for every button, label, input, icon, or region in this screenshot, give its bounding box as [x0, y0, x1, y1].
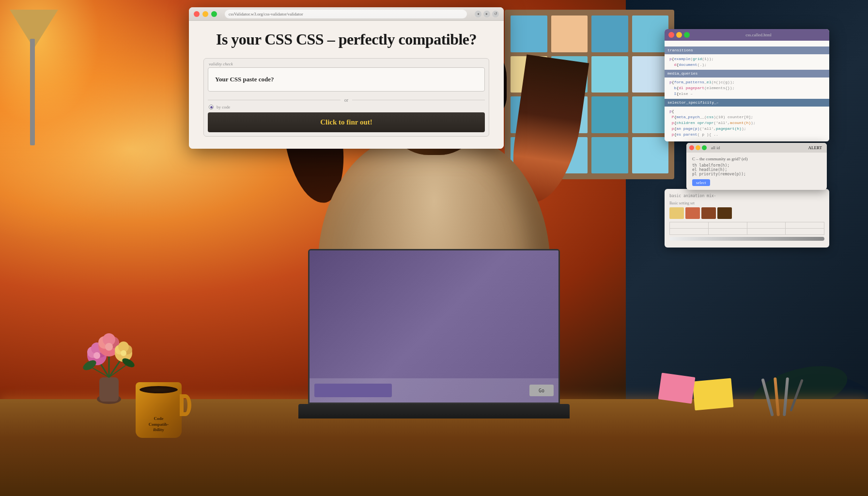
svg-point-29	[121, 350, 126, 356]
table-cell-7	[747, 229, 786, 235]
go-label: Go	[539, 388, 544, 393]
alert-code-1: th labelform(h);	[692, 163, 821, 168]
postit-16	[632, 137, 669, 174]
svg-point-19	[93, 352, 100, 359]
browser-controls: ◂ ▸ ↺	[475, 11, 499, 17]
url-bar[interactable]: cssValidator.w3.org/css-validator/valida…	[225, 10, 467, 18]
alert-title: all id	[711, 145, 720, 150]
sep-line-left	[208, 100, 341, 100]
laptop-screen-inner: Go	[310, 250, 558, 403]
main-browser-window: cssValidator.w3.org/css-validator/valida…	[189, 7, 504, 149]
pen-3	[783, 377, 789, 416]
refresh[interactable]: ↺	[492, 11, 499, 17]
css-input-field[interactable]: Your CSS paste code?	[208, 67, 485, 92]
table-cell-6	[708, 229, 747, 235]
code-line-3: p { form_patterns_ el(n()c(g));	[669, 79, 824, 85]
browser-titlebar: cssValidator.w3.org/css-validator/valida…	[189, 7, 504, 21]
code-editor-title: css.called.html	[692, 32, 825, 37]
alert-close[interactable]	[689, 145, 694, 150]
postit-15	[591, 137, 628, 174]
radio-label: by code	[217, 105, 230, 109]
postit-4	[632, 16, 669, 52]
alert-message: C – the community as grid? (el)	[692, 156, 821, 161]
nav-forward[interactable]: ▸	[483, 11, 490, 17]
table-cell-1	[670, 222, 709, 229]
swatch-4[interactable]	[717, 207, 732, 219]
desk-tools	[771, 377, 829, 416]
alert-select-button[interactable]: select	[692, 179, 710, 186]
mug-coffee	[140, 386, 178, 393]
screen-go-button[interactable]: Go	[529, 385, 554, 396]
mug-body: Code Compatib- ibility	[136, 382, 182, 438]
code-editor-window: css.called.html transitions p { example(…	[665, 29, 829, 141]
design-panel: basic animation mix- Basic setting set	[665, 189, 829, 248]
laptop-base	[298, 404, 570, 418]
nav-back[interactable]: ◂	[475, 11, 481, 17]
alert-minimize[interactable]	[696, 145, 700, 150]
postit-7	[591, 56, 628, 93]
alert-code-2: el headline(h);	[692, 168, 821, 172]
separator: or	[204, 95, 489, 105]
mug-text: Code Compatib- ibility	[149, 416, 169, 433]
postit-11	[591, 96, 628, 133]
code-section-media: media_queries	[665, 70, 829, 78]
code-line-4: b { dl pagepart(elements{});	[669, 85, 824, 91]
code-maximize[interactable]	[684, 32, 690, 38]
code-line-1: p { example( grid(1));	[669, 56, 824, 62]
code-line-2: d { document(.);	[669, 62, 824, 68]
svg-line-14	[109, 365, 126, 377]
postit-3	[591, 16, 628, 52]
url-text: cssValidator.w3.org/css-validator/valida…	[229, 12, 303, 16]
sep-line-right	[352, 100, 485, 100]
code-content: transitions p { example( grid(1)); d { d…	[665, 41, 829, 141]
radio-row: by code	[204, 105, 489, 112]
css-checker-widget: validity check Your CSS paste code? or b…	[203, 58, 489, 137]
code-line-6: p {	[669, 108, 824, 114]
browser-content: Is your CSS CSS – perfectly compatible? …	[189, 21, 504, 149]
scissors	[790, 379, 804, 411]
design-table	[669, 222, 824, 235]
mug-handle	[180, 394, 191, 416]
postit-8	[632, 56, 669, 93]
pen-2	[774, 377, 780, 416]
design-panel-label1: basic animation mix-	[669, 194, 824, 198]
code-close[interactable]	[668, 32, 674, 38]
lamp-pole	[30, 39, 35, 145]
minimize-button[interactable]	[202, 11, 208, 17]
input-placeholder-text: Your CSS paste code?	[215, 76, 274, 83]
code-line-8: p{ children opr/opr('all', acount(h));	[669, 120, 824, 126]
desk-postit-yellow	[693, 378, 734, 411]
coffee-mug: Code Compatib- ibility	[136, 375, 184, 438]
postit-12	[632, 96, 669, 133]
close-button[interactable]	[194, 11, 200, 17]
table-row-1	[670, 222, 824, 229]
laptop-screen: Go	[308, 249, 560, 404]
code-section-selector: selector_specificity_–	[665, 99, 829, 107]
table-cell-5	[670, 229, 709, 235]
color-swatches	[669, 207, 824, 219]
swatch-3[interactable]	[701, 207, 716, 219]
code-minimize[interactable]	[676, 32, 682, 38]
alert-titlebar: all id ALERT	[686, 143, 827, 153]
alert-extra-label: ALERT	[808, 145, 824, 150]
cta-label: Click to finr out!	[320, 118, 372, 126]
alert-maximize[interactable]	[702, 145, 707, 150]
svg-point-24	[105, 343, 113, 351]
code-line-5: I { else –	[669, 91, 824, 97]
screen-bar: Go	[310, 378, 558, 403]
cta-button[interactable]: Click to finr out!	[208, 112, 485, 132]
opacity-slider[interactable]	[669, 237, 824, 241]
maximize-button[interactable]	[211, 11, 217, 17]
desk-postit-pink	[658, 372, 696, 403]
table-row-2	[670, 229, 824, 235]
swatch-1[interactable]	[669, 207, 684, 219]
svg-rect-9	[99, 377, 119, 402]
code-editor-titlebar: css.called.html	[665, 29, 829, 41]
radio-by-code[interactable]	[209, 105, 214, 109]
checker-header-label: validity check	[204, 59, 489, 67]
code-section-transitions: transitions	[665, 46, 829, 54]
alert-content: C – the community as grid? (el) th label…	[686, 153, 827, 190]
swatch-2[interactable]	[685, 207, 700, 219]
table-cell-2	[708, 222, 747, 229]
alert-code-block: th labelform(h); el headline(h); pl prio…	[692, 163, 821, 176]
